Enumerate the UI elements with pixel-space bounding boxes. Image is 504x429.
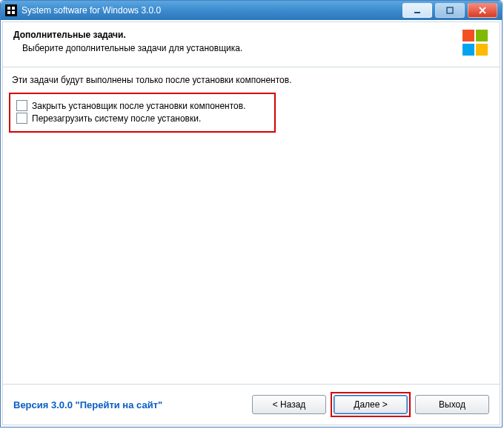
checkbox-icon <box>16 113 27 124</box>
exit-button[interactable]: Выход <box>415 395 489 414</box>
window-title: System software for Windows 3.0.0 <box>21 5 161 16</box>
window-controls <box>401 3 502 18</box>
checkbox-icon <box>16 100 27 111</box>
svg-rect-3 <box>7 11 10 14</box>
wizard-footer: Версия 3.0.0 "Перейти на сайт" < Назад Д… <box>3 384 500 425</box>
tasks-highlight-box: Закрыть установщик после установки компо… <box>9 93 276 133</box>
svg-rect-5 <box>414 12 420 13</box>
minimize-button[interactable] <box>402 3 432 18</box>
close-button[interactable] <box>468 3 497 18</box>
svg-rect-2 <box>12 7 15 10</box>
windows-logo-icon <box>462 30 489 56</box>
next-button[interactable]: Далее > <box>334 395 408 414</box>
checkbox-label: Закрыть установщик после установки компо… <box>32 101 246 111</box>
version-link[interactable]: Версия 3.0.0 "Перейти на сайт" <box>13 399 162 410</box>
info-text: Эти задачи будут выполнены только после … <box>12 75 494 85</box>
app-icon <box>5 4 17 16</box>
next-button-highlight: Далее > <box>331 392 411 417</box>
installer-window: System software for Windows 3.0.0 Дополн… <box>0 0 503 428</box>
checkbox-reboot-after-install[interactable]: Перезагрузить систему после установки. <box>16 113 268 124</box>
checkbox-close-after-install[interactable]: Закрыть установщик после установки компо… <box>16 100 268 111</box>
svg-rect-6 <box>447 7 453 13</box>
client-area: Дополнительные задачи. Выберите дополнит… <box>2 21 500 425</box>
maximize-button[interactable] <box>435 3 465 18</box>
titlebar: System software for Windows 3.0.0 <box>1 1 502 20</box>
wizard-body: Эти задачи будут выполнены только после … <box>3 67 500 384</box>
svg-rect-1 <box>7 7 10 10</box>
svg-rect-4 <box>12 11 15 14</box>
back-button[interactable]: < Назад <box>252 395 326 414</box>
checkbox-label: Перезагрузить систему после установки. <box>32 113 201 124</box>
wizard-header: Дополнительные задачи. Выберите дополнит… <box>3 22 500 67</box>
header-heading: Дополнительные задачи. <box>13 30 457 40</box>
header-subtext: Выберите дополнительные задачи для устан… <box>13 43 457 53</box>
